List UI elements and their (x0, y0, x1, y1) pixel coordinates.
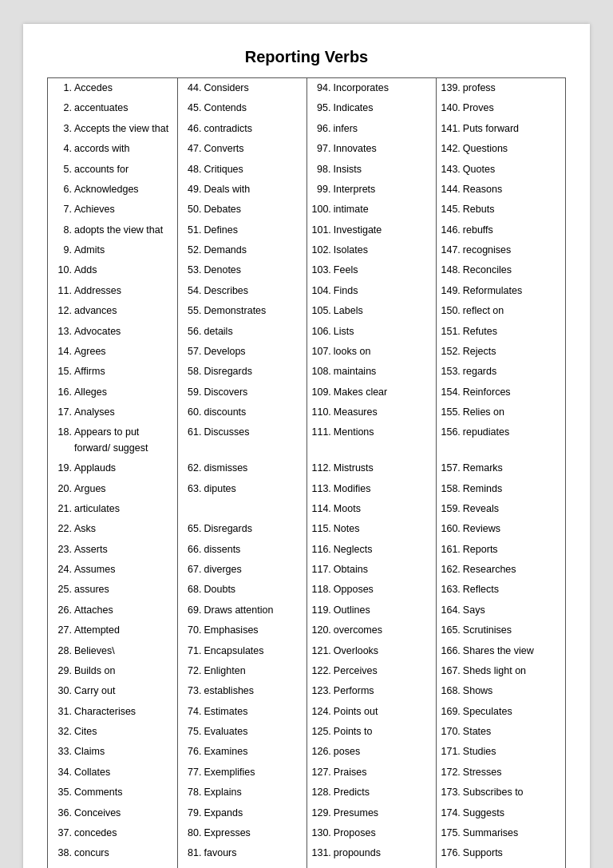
item-label: diverges (204, 562, 302, 577)
item-number: 32. (53, 724, 72, 739)
item-number: 126. (312, 744, 331, 759)
list-item: 49.Deals with (183, 182, 302, 197)
item-number: 144. (441, 182, 461, 197)
item-number: 52. (183, 243, 202, 258)
item-number: 107. (312, 344, 331, 359)
table-cell: 46.contradicts (177, 119, 306, 139)
table-cell: 128.Predicts (306, 783, 436, 803)
list-item: 153.regards (441, 364, 561, 379)
item-number: 61. (183, 425, 202, 440)
item-label: Evaluates (204, 724, 302, 739)
item-label: Refutes (463, 324, 560, 339)
table-cell: 4.accords with (48, 139, 177, 159)
item-number: 6. (53, 182, 72, 197)
list-item: 147.recognises (441, 243, 561, 258)
item-number: 145. (441, 202, 461, 217)
table-cell: 141.Puts forward (436, 119, 565, 139)
list-item: 160.Reviews (441, 521, 561, 537)
item-label: Accedes (74, 81, 172, 96)
item-number: 80. (183, 826, 202, 841)
list-item: 96.infers (312, 121, 431, 137)
item-number: 12. (53, 303, 72, 319)
table-cell: 54.Describes (177, 281, 306, 301)
item-label: looks on (334, 344, 431, 359)
list-item: 80.Expresses (183, 826, 302, 841)
item-number: 104. (312, 283, 331, 299)
item-label: articulates (74, 501, 172, 517)
item-label: Reasons (463, 182, 560, 197)
item-number: 44. (183, 81, 202, 96)
table-cell: 107.looks on (306, 342, 436, 362)
list-item: 13.Advocates (53, 324, 172, 339)
item-number: 157. (441, 461, 461, 476)
item-label: Addresses (74, 283, 172, 299)
item-label: Encapsulates (204, 644, 302, 659)
table-cell: 82.Finds (177, 864, 306, 868)
table-cell: 5.accounts for (48, 160, 177, 180)
item-label: Reconciles (463, 263, 560, 278)
item-number: 62. (183, 461, 202, 476)
list-item: 123.Performs (312, 684, 431, 699)
list-item: 65.Disregards (183, 521, 302, 537)
table-cell: 33.Claims (48, 742, 177, 762)
list-item: 28.Believes\ (53, 644, 172, 659)
list-item: 131.propounds (312, 846, 431, 861)
table-cell: 123.Performs (306, 681, 436, 701)
item-label: Subscribes to (463, 785, 560, 800)
item-number: 74. (183, 704, 202, 719)
table-cell: 159.Reveals (436, 499, 565, 519)
item-number: 96. (312, 121, 331, 137)
item-number: 149. (441, 283, 461, 299)
table-cell: 100.intimate (306, 200, 436, 220)
item-label: overcomes (334, 623, 431, 638)
item-number: 108. (312, 364, 331, 379)
item-label: Discovers (204, 385, 302, 400)
table-cell: 105.Labels (306, 301, 436, 321)
table-cell: 166.Shares the view (436, 641, 565, 661)
table-cell: 31.Characterises (48, 702, 177, 722)
item-number: 53. (183, 263, 202, 278)
list-item: 150.reflect on (441, 303, 561, 319)
item-number: 175. (441, 826, 461, 841)
item-label: maintains (334, 364, 431, 379)
table-cell: 125.Points to (306, 722, 436, 742)
list-item: 46.contradicts (183, 121, 302, 137)
item-label: Agrees (74, 344, 172, 359)
table-cell: 126.poses (306, 742, 436, 762)
item-number: 34. (53, 765, 72, 780)
item-number: 8. (53, 223, 72, 238)
item-number: 48. (183, 162, 202, 177)
table-cell: 52.Demands (177, 240, 306, 260)
list-item: 108.maintains (312, 364, 431, 379)
list-item: 77.Exemplifies (183, 765, 302, 780)
item-label: Accepts the view that (74, 121, 172, 137)
item-label: rebuffs (463, 223, 560, 238)
item-number: 37. (53, 826, 72, 841)
item-label: Proposes (334, 826, 431, 841)
table-cell: 67.diverges (177, 560, 306, 580)
list-item: 8.adopts the view that (53, 223, 172, 238)
table-cell: 149.Reformulates (436, 281, 565, 301)
table-cell: 130.Proposes (306, 823, 436, 843)
item-number: 63. (183, 482, 202, 497)
table-cell: 122.Perceives (306, 661, 436, 681)
table-cell: 36.Conceives (48, 803, 177, 823)
item-label: Reinforces (463, 385, 560, 400)
list-item: 103.Feels (312, 263, 431, 278)
item-label: Isolates (334, 243, 431, 258)
table-cell: 112.Mistrusts (306, 458, 436, 478)
table-cell: 132.popularises (306, 864, 436, 868)
item-number: 116. (312, 542, 331, 557)
list-item: 35.Comments (53, 785, 172, 800)
table-cell: 110.Measures (306, 402, 436, 422)
item-label: Admits (74, 243, 172, 258)
item-number: 140. (441, 101, 461, 116)
item-label: Rebuts (463, 202, 560, 217)
list-item: 74.Estimates (183, 704, 302, 719)
item-label: Measures (334, 405, 431, 420)
item-number: 173. (441, 785, 461, 800)
item-number: 94. (312, 81, 331, 96)
item-label: Lists (334, 324, 431, 339)
list-item: 122.Perceives (312, 664, 431, 679)
item-label: Adds (74, 263, 172, 278)
